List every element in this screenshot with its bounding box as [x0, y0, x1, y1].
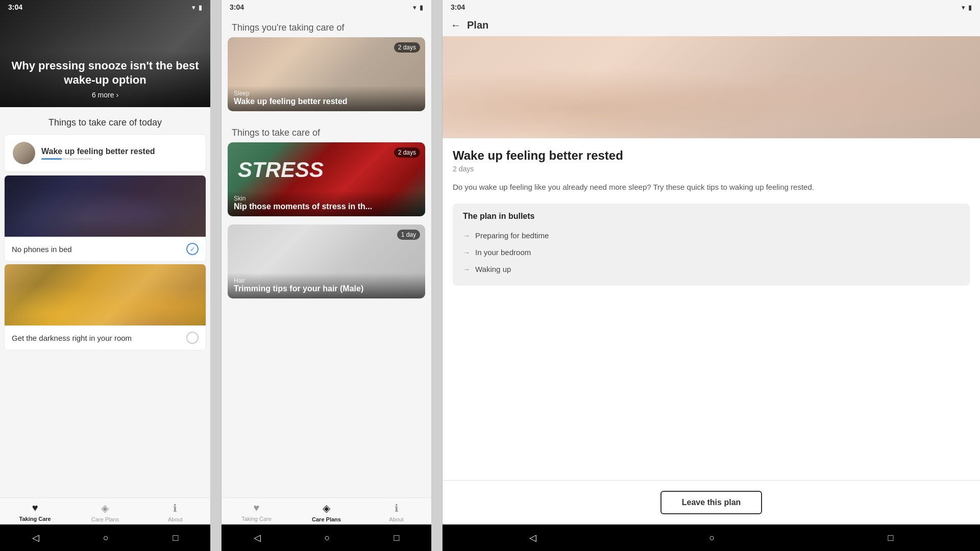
nav-label-care-plans-1: Care Plans: [91, 516, 119, 522]
stress-text-decoration: STRESS: [238, 158, 324, 182]
bullet-arrow-3: →: [463, 265, 470, 273]
nav-label-taking-care-2: Taking Care: [241, 516, 272, 522]
status-bar-3: 3:04 ▾ ▮: [443, 0, 980, 14]
wifi-icon-2: ▾: [413, 4, 416, 11]
p3-bullets-title: The plan in bullets: [463, 212, 960, 221]
android-nav-1: ◁ ○ □: [0, 524, 210, 551]
p2-hair-info: Hair Trimming tips for your hair (Male): [228, 273, 425, 298]
care-plans-icon-2: ◈: [323, 502, 330, 514]
leave-plan-button[interactable]: Leave this plan: [660, 491, 763, 514]
p2-sleep-info: Sleep Wake up feeling better rested: [228, 86, 425, 111]
card-label-bedroom: Get the darkness right in your room: [12, 334, 132, 342]
battery-icon-2: ▮: [420, 4, 423, 11]
nav-label-about-1: About: [168, 516, 183, 522]
p2-stress-info: Skin Nip those moments of stress in th..…: [228, 191, 425, 216]
bottom-nav-1: ♥ Taking Care ◈ Care Plans ℹ About: [0, 497, 210, 524]
android-nav-2: ◁ ○ □: [222, 524, 431, 551]
hero-title: Why pressing snooze isn't the best wake-…: [8, 59, 202, 88]
status-time-2: 3:04: [230, 3, 244, 11]
check-circle-bedroom[interactable]: [186, 332, 199, 344]
android-home-2[interactable]: ○: [325, 533, 330, 543]
wifi-icon-3: ▾: [962, 4, 965, 11]
nav-taking-care-2[interactable]: ♥ Taking Care: [222, 502, 291, 522]
android-back-1[interactable]: ◁: [32, 532, 39, 543]
card-text-row-phones: No phones in bed: [5, 237, 206, 261]
nav-care-plans-2[interactable]: ◈ Care Plans: [291, 502, 361, 522]
p2-hair-badge: 1 day: [397, 230, 420, 240]
hero-more-link[interactable]: 6 more ›: [8, 91, 202, 99]
hero-section: 3:04 ▾ ▮ Why pressing snooze isn't the b…: [0, 0, 210, 107]
android-nav-3: ◁ ○ □: [443, 524, 980, 551]
screen-panel-3: 3:04 ▾ ▮ ← Plan Wake up feeling better r…: [442, 0, 980, 551]
android-back-3[interactable]: ◁: [529, 532, 536, 543]
nav-about-2[interactable]: ℹ About: [361, 502, 431, 522]
p3-description: Do you wake up feeling like you already …: [453, 181, 970, 193]
status-icons-2: ▾ ▮: [413, 4, 423, 11]
p2-sleep-badge: 2 days: [394, 42, 420, 53]
p2-card-sleep[interactable]: 2 days Sleep Wake up feeling better rest…: [228, 37, 425, 111]
p3-plan-title: Wake up feeling better rested: [453, 148, 970, 163]
p2-section-taking-care: Things you're taking care of: [222, 14, 431, 37]
p2-stress-title: Nip those moments of stress in th...: [234, 202, 419, 211]
wifi-icon-1: ▾: [192, 4, 195, 11]
phones-decoration: [5, 176, 206, 237]
p3-bullet-1: → Preparing for bedtime: [463, 227, 960, 244]
taking-care-icon-2: ♥: [254, 502, 260, 514]
p2-card-stress[interactable]: STRESS 2 days Skin Nip those moments of …: [228, 142, 425, 216]
p2-hair-image: 1 day Hair Trimming tips for your hair (…: [228, 224, 425, 298]
p2-sleep-title: Wake up feeling better rested: [234, 97, 419, 106]
android-home-1[interactable]: ○: [103, 533, 109, 543]
p3-hero-image: [443, 36, 980, 138]
task-info: Wake up feeling better rested: [41, 147, 155, 160]
panel-gap-1: [211, 0, 221, 551]
status-bar-1: 3:04 ▾ ▮: [0, 0, 210, 14]
nav-about-1[interactable]: ℹ About: [140, 502, 210, 522]
bottom-nav-2: ♥ Taking Care ◈ Care Plans ℹ About: [222, 497, 431, 524]
status-icons-1: ▾ ▮: [192, 4, 202, 11]
status-time-3: 3:04: [451, 3, 465, 11]
android-recents-2[interactable]: □: [394, 533, 400, 543]
card-image-bedroom: [5, 264, 206, 325]
nav-label-care-plans-2: Care Plans: [312, 516, 341, 522]
nav-taking-care-1[interactable]: ♥ Taking Care: [0, 502, 70, 522]
section-title-today: Things to take care of today: [0, 107, 210, 134]
p3-header: ← Plan: [443, 14, 980, 36]
p2-sleep-category: Sleep: [234, 90, 419, 97]
hero-overlay: Why pressing snooze isn't the best wake-…: [0, 51, 210, 107]
card-text-row-bedroom: Get the darkness right in your room: [5, 325, 206, 350]
p2-stress-badge: 2 days: [394, 147, 420, 158]
android-recents-3[interactable]: □: [888, 533, 894, 543]
android-home-3[interactable]: ○: [709, 533, 715, 543]
p3-content: Wake up feeling better rested 2 days Do …: [443, 138, 980, 319]
back-button[interactable]: ←: [451, 19, 461, 31]
task-progress-fill: [41, 158, 62, 160]
status-icons-3: ▾ ▮: [962, 4, 972, 11]
active-task-item[interactable]: Wake up feeling better rested: [4, 134, 206, 172]
p2-stress-image: STRESS 2 days Skin Nip those moments of …: [228, 142, 425, 216]
nav-care-plans-1[interactable]: ◈ Care Plans: [70, 502, 140, 522]
p2-sleep-image: 2 days Sleep Wake up feeling better rest…: [228, 37, 425, 111]
android-recents-1[interactable]: □: [173, 533, 178, 543]
p3-bullet-2: → In your bedroom: [463, 244, 960, 261]
p2-hair-title: Trimming tips for your hair (Male): [234, 284, 419, 293]
about-icon-1: ℹ: [173, 502, 177, 514]
nav-label-about-2: About: [389, 516, 404, 522]
check-circle-phones[interactable]: [186, 243, 199, 255]
care-plans-icon-1: ◈: [101, 502, 109, 514]
p3-header-title: Plan: [467, 19, 488, 31]
bullet-arrow-2: →: [463, 248, 470, 257]
p2-card-hair[interactable]: 1 day Hair Trimming tips for your hair (…: [228, 224, 425, 298]
card-item-phones[interactable]: No phones in bed: [4, 175, 206, 262]
battery-icon-1: ▮: [199, 4, 202, 11]
task-progress-bar: [41, 158, 92, 160]
nav-label-taking-care-1: Taking Care: [19, 516, 51, 522]
screen-panel-1: 3:04 ▾ ▮ Why pressing snooze isn't the b…: [0, 0, 211, 551]
card-label-phones: No phones in bed: [12, 245, 72, 254]
p3-bullet-3: → Waking up: [463, 261, 960, 278]
android-back-2[interactable]: ◁: [254, 532, 261, 543]
card-image-phones: [5, 176, 206, 237]
p3-days: 2 days: [453, 165, 970, 173]
bullet-label-3: Waking up: [475, 265, 511, 273]
bedroom-decoration: [5, 264, 206, 325]
card-item-bedroom[interactable]: Get the darkness right in your room: [4, 264, 206, 350]
